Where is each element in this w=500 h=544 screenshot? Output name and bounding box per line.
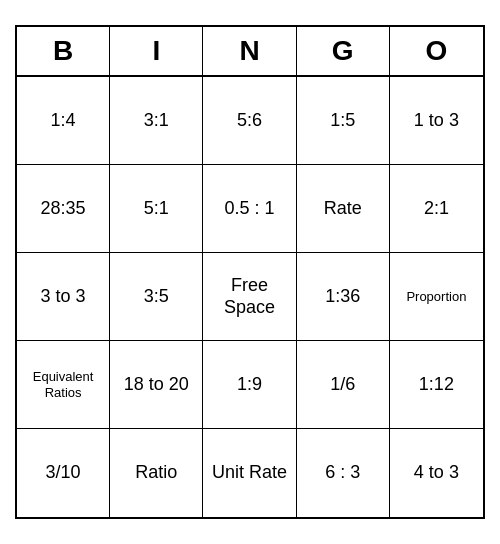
bingo-cell-13: 1:36 xyxy=(297,253,390,341)
bingo-cell-21: Ratio xyxy=(110,429,203,517)
bingo-cell-12: Free Space xyxy=(203,253,296,341)
bingo-cell-9: 2:1 xyxy=(390,165,483,253)
header-letter-G: G xyxy=(297,27,390,75)
bingo-card: BINGO 1:43:15:61:51 to 328:355:10.5 : 1R… xyxy=(15,25,485,519)
header-letter-B: B xyxy=(17,27,110,75)
header-letter-I: I xyxy=(110,27,203,75)
bingo-cell-10: 3 to 3 xyxy=(17,253,110,341)
bingo-cell-2: 5:6 xyxy=(203,77,296,165)
header-letter-N: N xyxy=(203,27,296,75)
bingo-cell-23: 6 : 3 xyxy=(297,429,390,517)
bingo-cell-3: 1:5 xyxy=(297,77,390,165)
bingo-cell-19: 1:12 xyxy=(390,341,483,429)
bingo-cell-5: 28:35 xyxy=(17,165,110,253)
bingo-cell-6: 5:1 xyxy=(110,165,203,253)
header-letter-O: O xyxy=(390,27,483,75)
bingo-cell-8: Rate xyxy=(297,165,390,253)
bingo-cell-7: 0.5 : 1 xyxy=(203,165,296,253)
bingo-cell-1: 3:1 xyxy=(110,77,203,165)
bingo-cell-24: 4 to 3 xyxy=(390,429,483,517)
bingo-cell-16: 18 to 20 xyxy=(110,341,203,429)
bingo-cell-4: 1 to 3 xyxy=(390,77,483,165)
bingo-cell-18: 1/6 xyxy=(297,341,390,429)
bingo-cell-11: 3:5 xyxy=(110,253,203,341)
bingo-cell-17: 1:9 xyxy=(203,341,296,429)
bingo-cell-0: 1:4 xyxy=(17,77,110,165)
bingo-cell-20: 3/10 xyxy=(17,429,110,517)
bingo-cell-15: Equivalent Ratios xyxy=(17,341,110,429)
bingo-cell-22: Unit Rate xyxy=(203,429,296,517)
bingo-header: BINGO xyxy=(17,27,483,77)
bingo-cell-14: Proportion xyxy=(390,253,483,341)
bingo-grid: 1:43:15:61:51 to 328:355:10.5 : 1Rate2:1… xyxy=(17,77,483,517)
